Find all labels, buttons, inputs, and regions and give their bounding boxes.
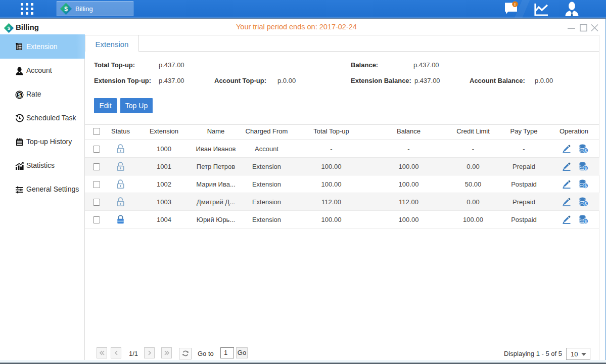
svg-text:!: ! [515, 2, 516, 7]
svg-text:$: $ [584, 201, 587, 206]
svg-text:$: $ [584, 184, 587, 189]
svg-text:$: $ [18, 92, 21, 98]
svg-text:$: $ [584, 166, 587, 171]
svg-text:$: $ [584, 219, 587, 224]
svg-text:$: $ [8, 25, 11, 31]
svg-text:$: $ [584, 148, 587, 153]
svg-text:$: $ [64, 6, 68, 13]
